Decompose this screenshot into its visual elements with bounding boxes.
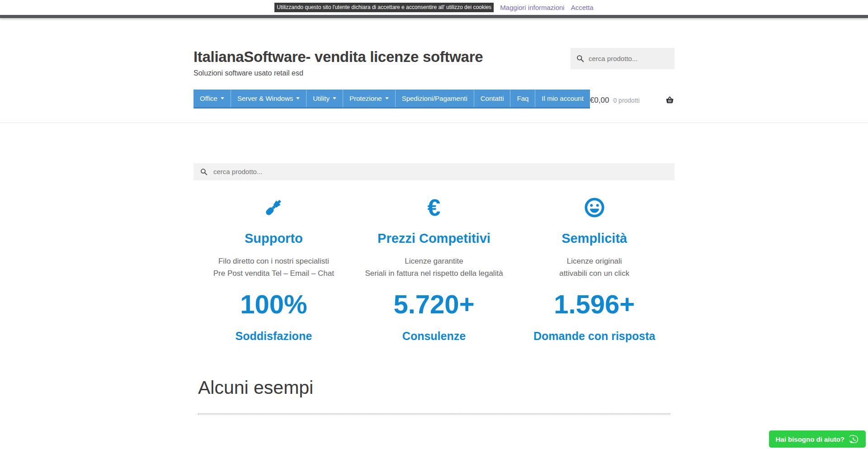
feature-line: Licenze originali: [514, 255, 675, 267]
nav-item-protezione[interactable]: Protezione: [343, 90, 396, 107]
nav-item-label: Contatti: [481, 90, 504, 107]
chevron-down-icon: [385, 97, 389, 99]
feature-supporto: Supporto Filo diretto con i nostri speci…: [193, 197, 354, 343]
stat-value: 5.720+: [354, 291, 514, 317]
feature-description: Licenze garantite Seriali in fattura nel…: [354, 255, 514, 279]
euro-icon: €: [428, 197, 441, 218]
product-search: [193, 163, 675, 180]
feature-line: Pre Post vendita Tel – Email – Chat: [193, 267, 354, 279]
cart-count: 0 prodotti: [613, 97, 639, 104]
nav-item-label: Spedizioni/Pagamenti: [402, 90, 467, 107]
product-search-input[interactable]: [212, 167, 668, 176]
feature-semplicita: Semplicità Licenze originali attivabili …: [514, 197, 675, 343]
feature-title: Supporto: [193, 231, 354, 246]
nav-item-label: Faq: [517, 90, 528, 107]
stat-label: Soddisfazione: [193, 330, 354, 343]
cookie-more-info-link[interactable]: Maggiori informazioni: [500, 4, 565, 11]
nav-item-label: Office: [200, 90, 217, 107]
stat-value: 100%: [193, 291, 354, 317]
site-title: ItalianaSoftware- vendita licenze softwa…: [193, 48, 483, 66]
stat-value: 1.596+: [514, 291, 675, 317]
nav-item-utility[interactable]: Utility: [307, 90, 343, 107]
cookie-accept-button[interactable]: Accetta: [571, 4, 594, 11]
feature-description: Filo diretto con i nostri specialisti Pr…: [193, 255, 354, 279]
feature-title: Prezzi Competitivi: [354, 231, 514, 246]
basket-icon[interactable]: [665, 96, 675, 104]
feature-line: attivabili con un click: [514, 267, 675, 279]
chevron-down-icon: [333, 97, 336, 99]
search-icon: [576, 55, 584, 62]
header-search: [571, 48, 675, 69]
cart-total: €0,00: [590, 96, 609, 105]
site-header: ItalianaSoftware- vendita licenze softwa…: [0, 18, 868, 123]
section-title-alcuni-esempi: Alcuni esempi: [193, 377, 675, 398]
search-icon: [200, 168, 208, 175]
nav-item-faq[interactable]: Faq: [510, 90, 535, 107]
nav-item-spedizioni-pagamenti[interactable]: Spedizioni/Pagamenti: [396, 90, 474, 107]
main-content: Supporto Filo diretto con i nostri speci…: [193, 163, 675, 414]
nav-item-label: Il mio account: [542, 90, 584, 107]
header-search-input[interactable]: [571, 47, 675, 70]
nav-item-contatti[interactable]: Contatti: [474, 90, 511, 107]
site-tagline: Soluzioni software usato retail esd: [193, 69, 483, 77]
screwdriver-icon: [259, 193, 288, 222]
feature-title: Semplicità: [514, 231, 675, 246]
whatsapp-icon: [849, 435, 859, 444]
main-navigation: Office Server & Windows Utility Protezio…: [193, 90, 590, 109]
feature-line: Filo diretto con i nostri specialisti: [193, 255, 354, 267]
feature-description: Licenze originali attivabili con un clic…: [514, 255, 675, 279]
cookie-banner: Utilizzando questo sito l'utente dichiar…: [0, 0, 868, 15]
feature-prezzi-competitivi: € Prezzi Competitivi Licenze garantite S…: [354, 197, 514, 343]
nav-item-label: Protezione: [349, 90, 382, 107]
site-branding: ItalianaSoftware- vendita licenze softwa…: [193, 48, 483, 77]
chevron-down-icon: [296, 97, 300, 99]
nav-item-office[interactable]: Office: [193, 90, 231, 107]
nav-item-server-windows[interactable]: Server & Windows: [231, 90, 307, 107]
cookie-message: Utilizzando questo sito l'utente dichiar…: [274, 3, 494, 12]
top-divider-bar: [0, 15, 868, 18]
features-section: Supporto Filo diretto con i nostri speci…: [193, 197, 675, 343]
chevron-down-icon: [221, 97, 224, 99]
nav-item-label: Server & Windows: [237, 90, 293, 107]
dotted-divider: [198, 414, 670, 414]
smiley-icon: [584, 197, 605, 218]
feature-line: Licenze garantite: [354, 255, 514, 267]
cart-widget[interactable]: €0,00 0 prodotti: [590, 96, 675, 105]
nav-item-label: Utility: [313, 90, 330, 107]
stat-label: Domande con risposta: [514, 330, 675, 343]
stat-label: Consulenze: [354, 330, 514, 343]
chat-button-label: Hai bisogno di aiuto?: [776, 435, 845, 443]
nav-item-il-mio-account[interactable]: Il mio account: [535, 90, 590, 107]
feature-line: Seriali in fattura nel rispetto della le…: [354, 267, 514, 279]
whatsapp-chat-button[interactable]: Hai bisogno di aiuto?: [769, 430, 866, 448]
